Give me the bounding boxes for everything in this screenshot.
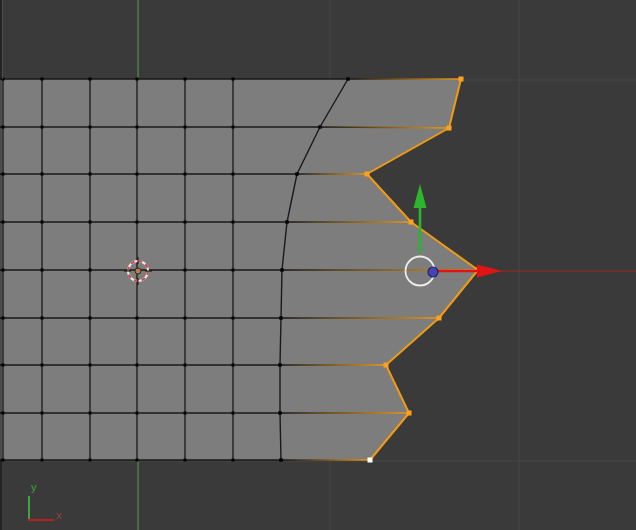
mesh-vertex[interactable] bbox=[232, 459, 235, 462]
mesh-vertex[interactable] bbox=[41, 459, 44, 462]
mesh-selected-vertex[interactable] bbox=[437, 316, 442, 321]
mesh-vertex[interactable] bbox=[136, 173, 139, 176]
mesh-vertex[interactable] bbox=[232, 412, 235, 415]
mesh-vertex[interactable] bbox=[232, 364, 235, 367]
mesh-vertex[interactable] bbox=[278, 363, 281, 366]
mesh-vertex[interactable] bbox=[295, 172, 298, 175]
mesh-active-vertex[interactable] bbox=[368, 458, 373, 463]
object-origin-dot bbox=[135, 268, 141, 274]
mesh-vertex[interactable] bbox=[232, 78, 235, 81]
mesh-vertex[interactable] bbox=[346, 77, 349, 80]
mesh-vertex[interactable] bbox=[41, 78, 44, 81]
mesh-vertex[interactable] bbox=[89, 412, 92, 415]
mesh-vertex[interactable] bbox=[232, 126, 235, 129]
mesh-vertex[interactable] bbox=[184, 126, 187, 129]
mesh-vertex[interactable] bbox=[41, 126, 44, 129]
mesh-selected-vertex[interactable] bbox=[409, 220, 414, 225]
editor-left-border-highlight bbox=[2, 0, 3, 79]
gizmo-z-axis-dot[interactable] bbox=[428, 267, 438, 277]
axis-indicator-y-label: y bbox=[31, 482, 37, 493]
mesh-selected-vertex[interactable] bbox=[384, 363, 389, 368]
axis-indicator-x-label: x bbox=[56, 510, 62, 521]
mesh-vertex[interactable] bbox=[279, 458, 282, 461]
mesh-vertex[interactable] bbox=[41, 412, 44, 415]
mesh-vertex[interactable] bbox=[184, 78, 187, 81]
mesh-vertex[interactable] bbox=[184, 173, 187, 176]
mesh-vertex[interactable] bbox=[184, 221, 187, 224]
mesh-vertex[interactable] bbox=[41, 173, 44, 176]
mesh-vertex[interactable] bbox=[232, 221, 235, 224]
blender-3d-viewport[interactable]: y x bbox=[0, 0, 636, 530]
mesh-vertex[interactable] bbox=[89, 269, 92, 272]
mesh-selected-vertex[interactable] bbox=[407, 411, 412, 416]
mesh-vertex[interactable] bbox=[89, 221, 92, 224]
mesh-selected-vertex[interactable] bbox=[459, 77, 464, 82]
mesh-vertex[interactable] bbox=[184, 412, 187, 415]
mesh-vertex[interactable] bbox=[41, 317, 44, 320]
mesh-vertex[interactable] bbox=[41, 269, 44, 272]
mesh-vertex[interactable] bbox=[184, 459, 187, 462]
mesh-vertex[interactable] bbox=[136, 317, 139, 320]
mesh-vertex[interactable] bbox=[136, 364, 139, 367]
mesh-vertex[interactable] bbox=[232, 269, 235, 272]
mesh-vertex[interactable] bbox=[89, 173, 92, 176]
scene-canvas bbox=[0, 0, 636, 530]
mesh-vertex[interactable] bbox=[278, 411, 281, 414]
mesh-vertex[interactable] bbox=[184, 269, 187, 272]
mesh-vertex[interactable] bbox=[136, 221, 139, 224]
mesh-vertex[interactable] bbox=[89, 78, 92, 81]
mesh-vertex[interactable] bbox=[89, 459, 92, 462]
mesh-vertex[interactable] bbox=[41, 221, 44, 224]
axis-indicator-x-line bbox=[28, 519, 54, 521]
mesh-vertex[interactable] bbox=[279, 316, 282, 319]
mesh-vertex[interactable] bbox=[41, 364, 44, 367]
mesh-selected-vertex[interactable] bbox=[447, 126, 452, 131]
mesh-vertex[interactable] bbox=[89, 364, 92, 367]
mesh-vertex[interactable] bbox=[232, 173, 235, 176]
mesh-vertex[interactable] bbox=[136, 459, 139, 462]
mesh-vertex[interactable] bbox=[280, 268, 283, 271]
mesh-vertex[interactable] bbox=[136, 412, 139, 415]
mesh-vertex[interactable] bbox=[136, 126, 139, 129]
mesh-vertex[interactable] bbox=[136, 78, 139, 81]
mesh-selected-vertex[interactable] bbox=[365, 172, 370, 177]
mesh-vertex[interactable] bbox=[184, 364, 187, 367]
mesh-vertex[interactable] bbox=[89, 126, 92, 129]
mesh-vertex[interactable] bbox=[184, 317, 187, 320]
mesh-vertex[interactable] bbox=[318, 125, 321, 128]
mesh-vertex[interactable] bbox=[89, 317, 92, 320]
mesh-vertex[interactable] bbox=[285, 220, 288, 223]
mesh-vertex[interactable] bbox=[232, 317, 235, 320]
axis-indicator-y-line bbox=[28, 496, 30, 521]
mesh-edge-row-selected-gradient bbox=[320, 127, 449, 128]
editor-left-border bbox=[0, 0, 2, 530]
